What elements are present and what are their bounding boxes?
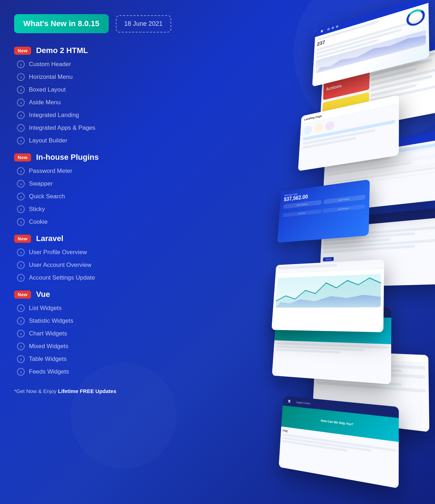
list-item-demo2-6[interactable]: Layout Builder [14,134,198,147]
list-item-demo2-4[interactable]: Integrated Landing [14,109,198,122]
chevron-icon-demo2-2 [17,86,25,94]
sections-container: NewDemo 2 HTMLCustom HeaderHorizontal Me… [14,46,198,378]
list-item-demo2-2[interactable]: Boxed Layout [14,83,198,96]
new-badge-laravel: New [14,235,31,243]
list-item-laravel-2[interactable]: Account Settings Update [14,271,198,284]
chevron-icon-demo2-6 [17,137,25,145]
list-item-demo2-3[interactable]: Aside Menu [14,96,198,109]
item-label-plugins-2: Quick Search [29,193,65,200]
section-header-laravel: NewLaravel [14,234,198,243]
section-plugins: NewIn-house PluginsPassword MeterSwapper… [14,153,198,228]
new-badge-plugins: New [14,153,31,162]
list-item-vue-0[interactable]: List Widgets [14,302,198,315]
section-header-demo2: NewDemo 2 HTML [14,46,198,55]
new-badge-vue: New [14,291,31,299]
version-label: What's New in 8.0.15 [23,19,100,28]
svg-marker-0 [275,277,381,307]
section-title-laravel: Laravel [36,234,63,243]
list-item-demo2-0[interactable]: Custom Header [14,58,198,71]
item-label-vue-4: Table Widgets [29,356,67,363]
chevron-icon-demo2-0 [17,60,25,68]
chevron-icon-vue-2 [17,330,25,338]
section-title-vue: Vue [36,290,50,299]
item-label-laravel-2: Account Settings Update [29,274,95,281]
chevron-icon-demo2-3 [17,99,25,106]
chevron-icon-vue-5 [17,368,25,376]
chevron-icon-plugins-0 [17,167,25,175]
section-vue: NewVueList WidgetsStatistic WidgetsChart… [14,290,198,378]
item-label-demo2-3: Aside Menu [29,99,61,106]
list-item-vue-5[interactable]: Feeds Widgets [14,365,198,378]
item-label-laravel-1: User Account Overview [29,262,91,269]
item-label-plugins-0: Password Meter [29,168,72,175]
chevron-icon-demo2-1 [17,73,25,81]
list-item-plugins-3[interactable]: Sticky [14,203,198,216]
list-item-demo2-5[interactable]: Integrated Apps & Pages [14,122,198,134]
list-item-demo2-1[interactable]: Horizontal Menu [14,71,198,83]
screens-wrapper: 𝕬 237 𝕬 [181,0,435,504]
chevron-icon-plugins-1 [17,180,25,188]
screenshots-panel: 𝕬 237 𝕬 [181,0,435,504]
item-label-vue-0: List Widgets [29,305,62,312]
item-label-vue-2: Chart Widgets [29,330,67,337]
list-item-laravel-0[interactable]: User Profile Overview [14,246,198,259]
screen-card-5: Manage App $37,562.00 New Invoices New A… [277,179,370,242]
chevron-icon-vue-4 [17,355,25,363]
section-header-vue: NewVue [14,290,198,299]
list-item-vue-1[interactable]: Statistic Widgets [14,315,198,327]
list-item-laravel-1[interactable]: User Account Overview [14,259,198,271]
list-item-vue-2[interactable]: Chart Widgets [14,327,198,340]
section-title-demo2: Demo 2 HTML [36,46,88,55]
list-item-plugins-4[interactable]: Cookie [14,216,198,228]
item-label-vue-5: Feeds Widgets [29,368,69,375]
date-label: 18 June 2021 [124,20,163,27]
chevron-icon-plugins-4 [17,218,25,226]
header-row: What's New in 8.0.15 18 June 2021 [14,14,198,33]
content-panel: What's New in 8.0.15 18 June 2021 NewDem… [0,0,198,408]
item-label-demo2-0: Custom Header [29,61,71,68]
chevron-icon-vue-0 [17,304,25,312]
screen-card-7 [272,259,384,332]
list-item-vue-4[interactable]: Table Widgets [14,353,198,365]
section-title-plugins: In-house Plugins [36,153,99,162]
list-item-plugins-0[interactable]: Password Meter [14,165,198,177]
chevron-icon-vue-1 [17,317,25,325]
new-badge-demo2: New [14,47,31,55]
footer-note: *Get Now & Enjoy Lifetime FREE Updates [14,388,198,394]
section-laravel: NewLaravelUser Profile OverviewUser Acco… [14,234,198,284]
list-item-vue-3[interactable]: Mixed Widgets [14,340,198,353]
item-label-plugins-3: Sticky [29,206,45,213]
item-label-plugins-4: Cookie [29,218,48,225]
item-label-plugins-1: Swapper [29,180,53,187]
chevron-icon-laravel-0 [17,248,25,256]
screen-card-10: 𝕬 Support Center How Can We Help You? FA… [279,396,399,488]
item-label-vue-3: Mixed Widgets [29,343,68,350]
item-label-demo2-4: Integrated Landing [29,112,79,119]
item-label-demo2-1: Horizontal Menu [29,74,73,81]
list-item-plugins-2[interactable]: Quick Search [14,190,198,203]
chevron-icon-plugins-3 [17,205,25,213]
item-label-demo2-2: Boxed Layout [29,86,66,93]
section-header-plugins: NewIn-house Plugins [14,153,198,162]
list-item-plugins-1[interactable]: Swapper [14,177,198,190]
chevron-icon-demo2-5 [17,124,25,132]
version-badge: What's New in 8.0.15 [14,14,109,33]
chevron-icon-demo2-4 [17,111,25,119]
item-label-vue-1: Statistic Widgets [29,317,73,324]
chevron-icon-vue-3 [17,342,25,350]
date-badge: 18 June 2021 [116,15,171,33]
chevron-icon-plugins-2 [17,193,25,200]
chevron-icon-laravel-2 [17,274,25,282]
chevron-icon-laravel-1 [17,261,25,269]
item-label-demo2-5: Integrated Apps & Pages [29,124,95,131]
item-label-laravel-0: User Profile Overview [29,249,87,256]
footer-regular: *Get Now & Enjoy [14,388,58,394]
item-label-demo2-6: Layout Builder [29,137,67,144]
footer-bold: Lifetime FREE Updates [58,388,116,394]
section-demo2: NewDemo 2 HTMLCustom HeaderHorizontal Me… [14,46,198,147]
